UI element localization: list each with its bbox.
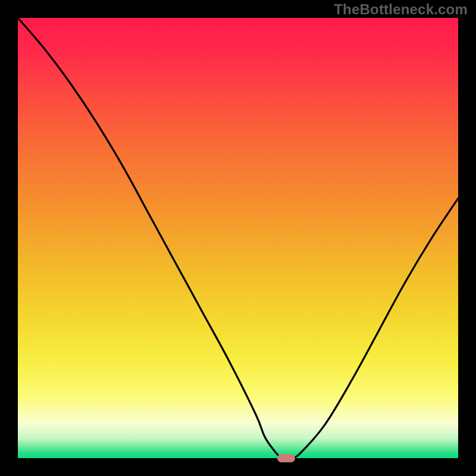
plot-area [18, 18, 458, 458]
chart-frame: TheBottleneck.com [0, 0, 476, 476]
plot-svg [18, 18, 458, 458]
watermark-text: TheBottleneck.com [334, 1, 468, 18]
gradient-rect [18, 18, 458, 458]
